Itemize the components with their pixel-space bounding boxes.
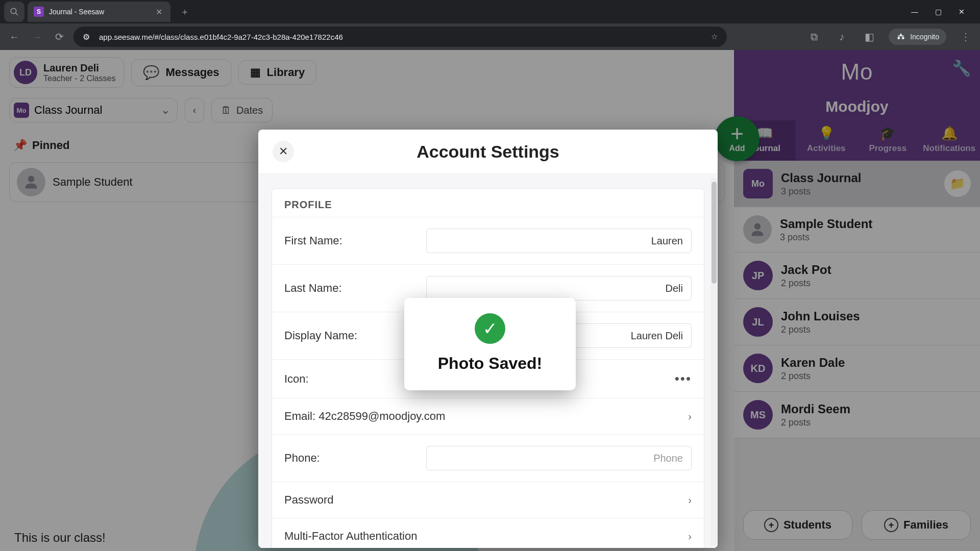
phone-row: Phone: (272, 434, 704, 482)
omnibox[interactable]: ⚙ app.seesaw.me/#/class/class.e01bf4c2-9… (74, 27, 727, 47)
phone-label: Phone: (284, 452, 320, 465)
mfa-label: Multi-Factor Authentication (284, 530, 417, 543)
new-tab-button[interactable]: ＋ (177, 4, 193, 20)
app: LD Lauren Deli Teacher - 2 Classes 💬 Mes… (0, 50, 980, 551)
reload-button[interactable]: ⟳ (51, 29, 67, 45)
incognito-badge[interactable]: Incognito (889, 29, 946, 45)
maximize-icon[interactable]: ▢ (932, 6, 944, 18)
playlist-icon[interactable]: ♪ (834, 29, 850, 45)
tab-search-button[interactable] (4, 2, 24, 22)
scrollbar-thumb[interactable] (712, 182, 717, 284)
bookmark-icon[interactable]: ☆ (711, 32, 718, 41)
forward-button[interactable]: → (29, 29, 45, 45)
tab-title: Journal - Seesaw (49, 8, 104, 16)
extensions-icon[interactable]: ⧉ (806, 29, 822, 45)
chevron-right-icon: › (688, 411, 692, 422)
last-name-label: Last Name: (284, 282, 342, 295)
first-name-row: First Name: (272, 217, 704, 264)
site-settings-icon[interactable]: ⚙ (83, 32, 90, 42)
browser-chrome: S Journal - Seesaw ✕ ＋ — ▢ ✕ ← → ⟳ ⚙ app… (0, 0, 980, 50)
display-name-label: Display Name: (284, 329, 357, 342)
close-window-icon[interactable]: ✕ (955, 6, 968, 18)
close-icon[interactable]: ✕ (156, 7, 162, 17)
icon-label: Icon: (284, 372, 309, 386)
chevron-right-icon: › (688, 494, 692, 506)
toast-text: Photo Saved! (438, 354, 542, 373)
close-modal-button[interactable]: ✕ (273, 141, 294, 162)
checkmark-icon: ✓ (475, 313, 505, 344)
sidepanel-icon[interactable]: ◧ (861, 29, 877, 45)
svg-point-0 (11, 8, 16, 14)
modal-title: Account Settings (294, 142, 682, 162)
ellipsis-icon[interactable]: ••• (675, 371, 692, 387)
toast-photo-saved: ✓ Photo Saved! (404, 298, 576, 390)
email-label: Email: 42c28599@moodjoy.com (284, 410, 445, 423)
modal-header: ✕ Account Settings (258, 130, 718, 174)
window-controls: — ▢ ✕ (909, 6, 976, 18)
first-name-label: First Name: (284, 234, 342, 247)
password-row[interactable]: Password › (272, 482, 704, 518)
profile-section-title: PROFILE (272, 189, 704, 217)
email-row[interactable]: Email: 42c28599@moodjoy.com › (272, 398, 704, 434)
svg-line-1 (15, 13, 18, 15)
modal-scrollbar[interactable] (710, 179, 718, 546)
back-button[interactable]: ← (6, 29, 22, 45)
url-text: app.seesaw.me/#/class/class.e01bf4c2-9a2… (99, 33, 343, 41)
mfa-row[interactable]: Multi-Factor Authentication › (272, 518, 704, 548)
browser-tab[interactable]: S Journal - Seesaw ✕ (28, 2, 170, 22)
incognito-label: Incognito (910, 33, 939, 41)
password-label: Password (284, 493, 334, 507)
tab-favicon-icon: S (34, 7, 44, 17)
chevron-right-icon: › (688, 531, 692, 542)
kebab-icon[interactable]: ⋮ (958, 29, 974, 45)
minimize-icon[interactable]: — (909, 6, 921, 18)
tab-strip: S Journal - Seesaw ✕ ＋ — ▢ ✕ (0, 0, 980, 23)
last-name-input[interactable] (426, 276, 692, 300)
phone-input[interactable] (426, 446, 692, 470)
address-bar: ← → ⟳ ⚙ app.seesaw.me/#/class/class.e01b… (0, 23, 980, 50)
first-name-input[interactable] (426, 229, 692, 253)
incognito-icon (896, 32, 906, 42)
